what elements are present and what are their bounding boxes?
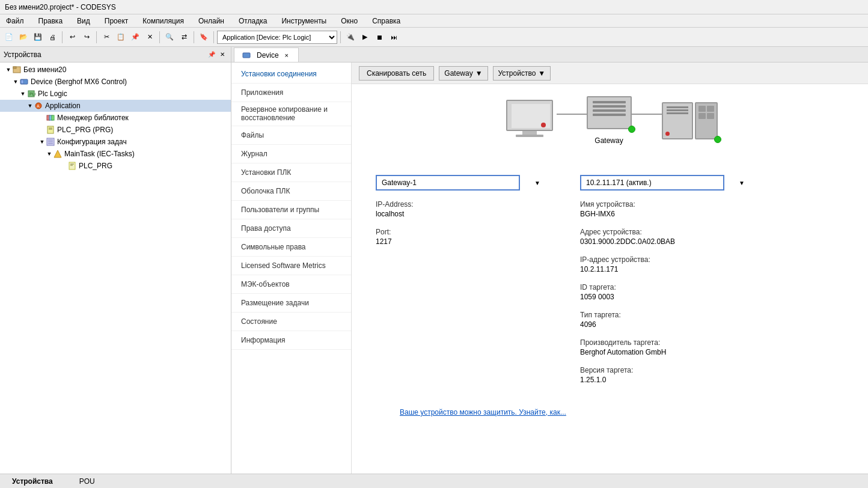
dev-main-card [662,102,693,139]
svg-rect-22 [243,53,250,58]
gateway-select[interactable]: Gateway-1 [376,175,520,191]
sidebar-pin-btn[interactable]: 📌 [207,50,216,59]
app-selector[interactable]: Application [Device: Plc Logic] [217,31,337,44]
toolbar-connect[interactable]: 🔌 [344,31,357,44]
menu-online[interactable]: Онлайн [195,16,228,26]
tree-item-plcprg-ref[interactable]: PLC_PRG (PRG) [0,124,231,136]
tree-item-root[interactable]: ▼ Без имени20 [0,64,231,76]
toolbar-save[interactable]: 💾 [31,31,44,44]
tree-item-application[interactable]: ▼ A Application [0,100,231,112]
tree-expand-libmgr [38,114,46,121]
tree-item-taskconfig[interactable]: ▼ Конфигурация задач [0,136,231,148]
menu-compile[interactable]: Компиляция [139,16,188,26]
nav-symbol-rights[interactable]: Символьные права [231,238,351,257]
menu-file[interactable]: Файл [2,16,28,26]
nav-log[interactable]: Журнал [231,145,351,163]
device-addr-label: Адрес устройства: [580,228,748,236]
dev-main-inner [663,103,692,117]
menu-view[interactable]: Вид [73,16,94,26]
toolbar-new[interactable]: 📄 [2,31,16,44]
menu-edit[interactable]: Правка [35,16,67,26]
gw-line-4 [593,114,626,116]
toolbar-paste[interactable]: 📌 [129,31,142,44]
toolbar-open[interactable]: 📂 [17,31,30,44]
tree-item-plclogic[interactable]: ▼ PLC Plc Logic [0,88,231,100]
device-icon-wrap [662,102,718,139]
tree-item-plcprg[interactable]: PLC_PRG [0,160,231,172]
dev-red-dot [665,132,670,136]
sidebar-close-btn[interactable]: ✕ [218,50,227,59]
nav-info[interactable]: Информация [231,331,351,350]
nav-plc-settings[interactable]: Установки ПЛК [231,163,351,182]
nav-plc-shell[interactable]: Оболочка ПЛК [231,182,351,201]
tree-label-plclogic: Plc Logic [38,90,67,98]
info-link[interactable]: Ваше устройство можно защитить. Узнайте,… [376,403,590,421]
menu-window[interactable]: Окно [337,16,361,26]
device-icon [662,102,718,139]
tree-expand-root[interactable]: ▼ [5,66,12,73]
menu-help[interactable]: Справка [368,16,404,26]
tree-item-libmgr[interactable]: Менеджер библиотек [0,112,231,124]
target-vendor-field: Производитель таргета: Berghof Automatio… [580,338,748,356]
nav-files[interactable]: Файлы [231,126,351,145]
target-id-value: 1059 0003 [580,293,748,301]
device-dropdown-btn[interactable]: Устройство ▼ [493,66,551,81]
gateway-dropdown-btn[interactable]: Gateway ▼ [439,66,487,81]
device-name-label: Имя устройства: [580,200,748,209]
status-tab-devices[interactable]: Устройства [5,476,60,487]
tree-item-maintask[interactable]: ▼ MainTask (IEC-Tasks) [0,148,231,160]
taskconfig-icon [46,137,55,147]
menu-debug[interactable]: Отладка [235,16,270,26]
menu-tools[interactable]: Инструменты [278,16,330,26]
svg-rect-1 [13,67,16,69]
diagram-area: Gateway [352,84,868,163]
svg-rect-3 [21,80,23,84]
tab-device-label: Device [257,51,279,59]
tree-expand-maintask[interactable]: ▼ [46,150,53,157]
tree-expand-taskconfig[interactable]: ▼ [38,138,46,145]
toolbar-redo[interactable]: ↪ [80,31,93,44]
nav-iec-objects[interactable]: МЭК-объектов [231,275,351,294]
toolbar-step[interactable]: ⏭ [387,31,400,44]
toolbar-stop[interactable]: ⏹ [373,31,386,44]
scan-network-btn[interactable]: Сканировать сеть [359,66,434,81]
pc-red-dot [541,123,546,127]
tree-item-device[interactable]: ▼ Device (Berghof MX6 Control) [0,76,231,88]
nav-users-groups[interactable]: Пользователи и группы [231,201,351,219]
gateway-icon [587,96,632,129]
tree-expand-plclogic[interactable]: ▼ [19,90,26,97]
nav-task-layout[interactable]: Размещение задачи [231,294,351,313]
menu-bar: Файл Правка Вид Проект Компиляция Онлайн… [0,14,868,28]
toolbar-undo[interactable]: ↩ [66,31,79,44]
svg-text:PLC: PLC [29,92,35,96]
nav-access-rights[interactable]: Права доступа [231,219,351,238]
device-select[interactable]: 10.2.11.171 (актив.) [580,175,724,191]
toolbar-print[interactable]: 🖨 [46,31,59,44]
gw-body-inner [588,97,631,120]
tab-device[interactable]: Device × [234,47,299,62]
toolbar-run[interactable]: ▶ [358,31,371,44]
nav-status[interactable]: Состояние [231,313,351,331]
device-name-field: Имя устройства: BGH-IMX6 [580,200,748,218]
nav-applications[interactable]: Приложения [231,84,351,102]
tree-expand-device[interactable]: ▼ [12,78,19,85]
pc-icon [503,100,557,142]
tab-close-btn[interactable]: × [283,51,291,59]
tree-expand-application[interactable]: ▼ [26,102,34,109]
nav-backup[interactable]: Резервное копирование и восстановление [231,102,351,126]
toolbar-cut[interactable]: ✂ [100,31,113,44]
target-type-field: Тип таргета: 4096 [580,311,748,329]
toolbar-find[interactable]: 🔍 [163,31,176,44]
toolbar-delete[interactable]: ✕ [143,31,156,44]
toolbar-replace[interactable]: ⇄ [177,31,191,44]
status-tab-pou[interactable]: POU [72,476,102,487]
plcprg-ref-icon [46,125,55,135]
nav-connection[interactable]: Установки соединения [231,65,351,84]
dev-side-card [695,102,718,139]
maintask-icon [53,149,63,159]
toolbar-copy[interactable]: 📋 [114,31,127,44]
nav-licensed-sw[interactable]: Licensed Software Metrics [231,257,351,275]
application-icon: A [34,101,43,111]
menu-project[interactable]: Проект [101,16,132,26]
toolbar-bookmark[interactable]: 🔖 [197,31,210,44]
